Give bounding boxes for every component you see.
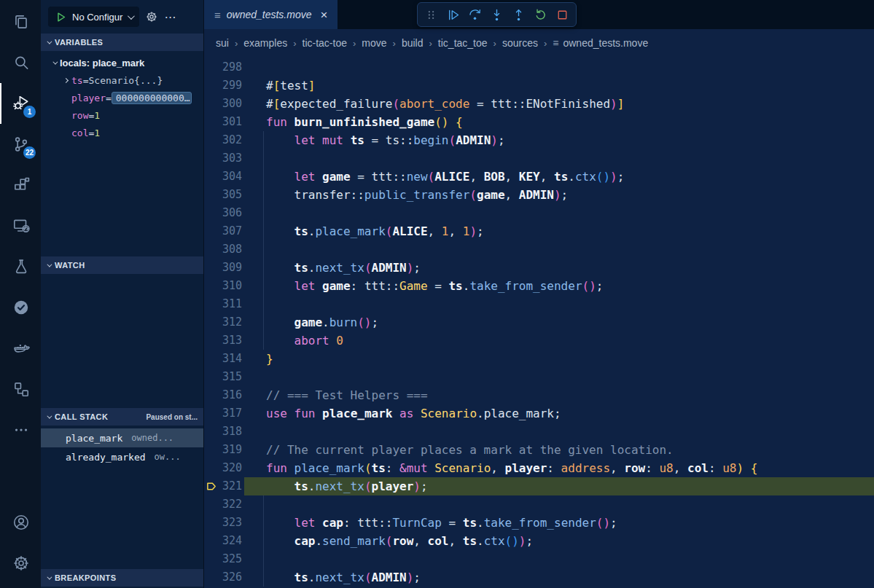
line-number[interactable]: 304 <box>204 168 244 186</box>
activity-item-source-control[interactable]: 22 <box>0 124 41 165</box>
breakpoints-section-header[interactable]: BREAKPOINTS <box>41 569 203 587</box>
activity-item-search[interactable] <box>0 42 41 83</box>
activity-item-extensions[interactable] <box>0 165 41 205</box>
line-number[interactable]: 299 <box>204 77 244 95</box>
line-number[interactable]: 317 <box>204 404 244 423</box>
line-number[interactable]: 319 <box>204 441 244 459</box>
activity-item-explorer[interactable] <box>0 1 41 42</box>
line-number[interactable]: 300 <box>204 95 244 113</box>
watch-section-header[interactable]: WATCH <box>41 256 203 274</box>
code-line-301[interactable]: 301fun burn_unfinished_game() { <box>204 113 874 131</box>
line-number[interactable]: 326 <box>204 568 244 587</box>
step-into-button[interactable] <box>486 4 507 25</box>
close-tab-icon[interactable]: × <box>321 9 328 21</box>
code-line-300[interactable]: 300#[expected_failure(abort_code = ttt::… <box>204 95 874 113</box>
call-stack-section-header[interactable]: CALL STACK Paused on st... <box>41 408 203 426</box>
code-line-307[interactable]: 307 ts.place_mark(ALICE, 1, 1); <box>204 222 874 240</box>
breadcrumb-item-tic-tac-toe[interactable]: tic-tac-toe <box>303 37 347 49</box>
breadcrumb-item-build[interactable]: build <box>402 37 424 49</box>
line-number[interactable]: 308 <box>204 240 244 259</box>
line-number[interactable]: 320 <box>204 459 244 477</box>
variable-row-player[interactable]: player = 000000000000… <box>41 89 203 106</box>
code-line-313[interactable]: 313 abort 0 <box>204 332 874 350</box>
gripper-handle[interactable] <box>421 4 442 25</box>
code-line-312[interactable]: 312 game.burn(); <box>204 313 874 332</box>
line-number[interactable]: 307 <box>204 222 244 240</box>
code-line-308[interactable]: 308 <box>204 240 874 259</box>
code-line-320[interactable]: 320fun place_mark(ts: &mut Scenario, pla… <box>204 459 874 477</box>
line-number[interactable]: 298 <box>204 58 244 77</box>
activity-item-checks[interactable] <box>0 287 41 328</box>
code-line-309[interactable]: 309 ts.next_tx(ADMIN); <box>204 259 874 277</box>
activity-item-hierarchy[interactable] <box>0 369 41 409</box>
code-line-318[interactable]: 318 <box>204 423 874 441</box>
code-line-314[interactable]: 314} <box>204 350 874 368</box>
line-number[interactable]: 314 <box>204 350 244 368</box>
activity-item-run-and-debug[interactable]: 1 <box>0 83 41 124</box>
code-line-319[interactable]: 319// The current player places a mark a… <box>204 441 874 459</box>
tab-owned-tests-move[interactable]: ≡ owned_tests.move × <box>204 0 337 29</box>
line-number[interactable]: 322 <box>204 495 244 514</box>
breadcrumb-item-tic_tac_toe[interactable]: tic_tac_toe <box>438 37 488 49</box>
line-number[interactable]: 311 <box>204 295 244 313</box>
code-line-325[interactable]: 325 <box>204 550 874 568</box>
debug-settings-gear-icon[interactable] <box>145 10 158 23</box>
line-number[interactable]: 324 <box>204 532 244 550</box>
activity-item-remote-explorer[interactable] <box>0 205 41 246</box>
line-number[interactable]: 306 <box>204 204 244 222</box>
variable-row-row[interactable]: row = 1 <box>41 106 203 124</box>
line-number[interactable]: 315 <box>204 368 244 386</box>
activity-item-testing[interactable] <box>0 246 41 287</box>
line-number[interactable]: 325 <box>204 550 244 568</box>
line-number[interactable]: 318 <box>204 423 244 441</box>
code-line-306[interactable]: 306 <box>204 204 874 222</box>
variables-scope-row[interactable]: locals: place_mark <box>41 54 203 71</box>
line-number[interactable]: 310 <box>204 277 244 295</box>
launch-config-dropdown[interactable]: No Configur <box>48 7 139 27</box>
stop-button[interactable] <box>552 4 573 25</box>
code-line-299[interactable]: 299#[test] <box>204 77 874 95</box>
activity-item-accounts[interactable] <box>0 502 41 543</box>
code-line-323[interactable]: 323 let cap: ttt::TurnCap = ts.take_from… <box>204 514 874 532</box>
activity-item-docker[interactable] <box>0 328 41 369</box>
code-line-316[interactable]: 316// === Test Helpers === <box>204 386 874 404</box>
line-number[interactable]: 316 <box>204 386 244 404</box>
line-number[interactable]: 305 <box>204 186 244 204</box>
step-out-button[interactable] <box>508 4 529 25</box>
activity-item-settings[interactable] <box>0 543 41 584</box>
code-line-315[interactable]: 315 <box>204 368 874 386</box>
code-line-324[interactable]: 324 cap.send_mark(row, col, ts.ctx()); <box>204 532 874 550</box>
line-number[interactable]: 301 <box>204 113 244 131</box>
activity-item-more-views[interactable] <box>0 409 41 450</box>
variables-section-header[interactable]: VARIABLES <box>41 34 203 51</box>
breadcrumb-item-sources[interactable]: sources <box>502 37 538 49</box>
variable-row-col[interactable]: col = 1 <box>41 124 203 141</box>
line-number[interactable]: 313 <box>204 332 244 350</box>
line-number[interactable]: 309 <box>204 259 244 277</box>
call-stack-frame-already_marked[interactable]: already_markedow... <box>41 447 203 466</box>
code-editor[interactable]: 298299#[test]300#[expected_failure(abort… <box>204 57 874 588</box>
continue-button[interactable] <box>442 4 464 25</box>
code-line-302[interactable]: 302 let mut ts = ts::begin(ADMIN); <box>204 131 874 149</box>
breadcrumb-item-owned_tests.move[interactable]: ≡owned_tests.move <box>553 37 648 49</box>
code-line-303[interactable]: 303 <box>204 149 874 168</box>
code-line-298[interactable]: 298 <box>204 58 874 77</box>
code-line-322[interactable]: 322 <box>204 495 874 514</box>
step-over-button[interactable] <box>464 4 485 25</box>
line-number[interactable]: 323 <box>204 514 244 532</box>
line-number[interactable]: 303 <box>204 149 244 168</box>
code-line-304[interactable]: 304 let game = ttt::new(ALICE, BOB, KEY,… <box>204 168 874 186</box>
restart-button[interactable] <box>530 4 551 25</box>
code-line-317[interactable]: 317use fun place_mark as Scenario.place_… <box>204 404 874 423</box>
code-line-310[interactable]: 310 let game: ttt::Game = ts.take_from_s… <box>204 277 874 295</box>
breadcrumb-item-move[interactable]: move <box>362 37 386 49</box>
code-line-326[interactable]: 326 ts.next_tx(ADMIN); <box>204 568 874 587</box>
line-number[interactable]: 302 <box>204 131 244 149</box>
call-stack-frame-place_mark[interactable]: place_markowned... <box>41 428 203 447</box>
start-debug-icon[interactable] <box>55 11 67 23</box>
line-number[interactable]: 312 <box>204 313 244 332</box>
code-line-311[interactable]: 311 <box>204 295 874 313</box>
breadcrumb-item-sui[interactable]: sui <box>216 37 229 49</box>
variable-row-ts[interactable]: ts = Scenario{...} <box>41 71 203 89</box>
code-line-321[interactable]: 321 ts.next_tx(player); <box>204 477 874 495</box>
